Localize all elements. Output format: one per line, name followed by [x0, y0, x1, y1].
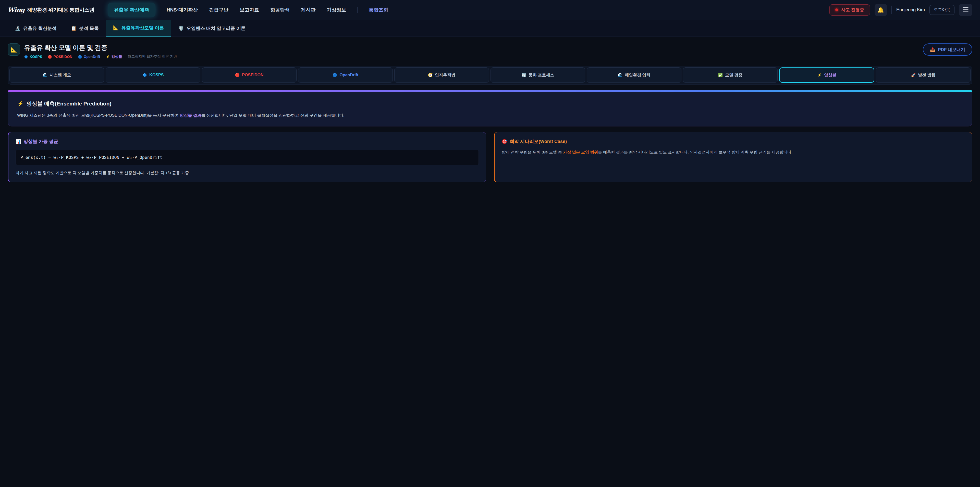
lightning-icon: ⚡ [106, 55, 110, 59]
pill-future-direction[interactable]: 🚀 발전 방향 [876, 67, 970, 83]
tag-label: 앙상블 [111, 54, 122, 59]
notification-bell-button[interactable]: 🔔 [875, 4, 887, 16]
compass-icon: 🧭 [428, 73, 433, 77]
diamond-icon: 🔷 [24, 55, 28, 59]
pill-marine-environment-input[interactable]: 🌊 해양환경 입력 [587, 67, 681, 83]
bar-chart-icon: 📊 [16, 139, 21, 144]
tab-label: 오일펜스 배치 알고리즘 이론 [186, 25, 245, 31]
pill-label: 해양환경 입력 [625, 72, 650, 78]
check-icon: ✅ [718, 73, 723, 77]
ensemble-formula: P_ens(x,t) = w₁·P_KOSPS + w₂·P_POSEIDON … [16, 150, 479, 165]
hamburger-bar [963, 10, 969, 10]
menu-item-aerial-search[interactable]: 항공탐색 [270, 6, 290, 13]
pdf-export-button[interactable]: 📤 PDF 내보내기 [923, 43, 972, 56]
menu-item-integrated-search[interactable]: 통합조회 [357, 6, 388, 13]
incident-dot-icon [835, 8, 838, 11]
section-title-text: 앙상블 예측(Ensemble Prediction) [27, 100, 111, 107]
tag-label: OpenDrift [84, 55, 100, 59]
wave-icon: 🌊 [42, 73, 47, 77]
app-logo: Wing 해양환경 위기대응 통합시스템 [8, 6, 94, 14]
section-pill-nav: 🌊 시스템 개요 🔷 KOSPS 🔴 POSEIDON 🔵 OpenDrift … [8, 65, 972, 85]
menu-item-reports[interactable]: 보고자료 [240, 6, 259, 13]
main-menu: 유출유 확산예측 HNS·대기확산 긴급구난 보고자료 항공탐색 게시판 기상정… [108, 3, 388, 17]
lightning-icon: ⚡ [817, 73, 822, 77]
hamburger-bar [963, 11, 969, 12]
sub-tabbar: 🔬 유출유 확산분석 📋 분석 목록 📐 유출유확산모델 이론 🛡️ 오일펜스 … [0, 20, 980, 37]
red-circle-icon: 🔴 [48, 55, 52, 59]
worst-case-title: 🎯 최악 시나리오(Worst Case) [502, 139, 965, 145]
pill-kosps[interactable]: 🔷 KOSPS [106, 67, 200, 83]
desc-text: 를 생산합니다. 단일 모델 대비 불확실성을 정량화하고 신뢰 구간을 제공합… [201, 113, 345, 118]
red-circle-icon: 🔴 [235, 73, 240, 77]
pill-ensemble[interactable]: ⚡ 앙상블 [779, 67, 874, 83]
tag-opendrift: 🔵 OpenDrift [78, 55, 100, 59]
tab-oil-spill-analysis[interactable]: 🔬 유출유 확산분석 [8, 20, 64, 37]
pill-label: 입자추적법 [435, 72, 455, 78]
pill-particle-tracking[interactable]: 🧭 입자추적법 [394, 67, 489, 83]
tab-label: 유출유 확산분석 [23, 25, 56, 31]
page-subtitle: 라그랑지안 입자추적 이론 기반 [127, 54, 177, 59]
pill-label: 앙상블 [824, 72, 836, 78]
pill-label: 발전 방향 [918, 72, 935, 78]
desc-text: 방제 전략 수립을 위해 3종 모델 중 [502, 150, 563, 154]
pill-label: KOSPS [149, 73, 164, 77]
pill-model-validation[interactable]: ✅ 모델 검증 [683, 67, 778, 83]
pdf-export-label: PDF 내보내기 [938, 47, 965, 53]
pill-label: 풍화 프로세스 [528, 72, 554, 78]
tab-label: 유출유확산모델 이론 [121, 25, 164, 31]
menu-item-board[interactable]: 게시판 [301, 6, 315, 13]
tab-analysis-list[interactable]: 📋 분석 목록 [64, 20, 106, 37]
weighted-average-card: 📊 앙상블 가중 평균 P_ens(x,t) = w₁·P_KOSPS + w₂… [8, 132, 486, 182]
incident-status-badge: 사고 진행중 [829, 4, 870, 16]
top-navbar: Wing 해양환경 위기대응 통합시스템 유출유 확산예측 HNS·대기확산 긴… [0, 0, 980, 20]
pill-label: OpenDrift [339, 73, 358, 77]
weighted-average-description: 과거 사고 재현 정확도 기반으로 각 모델별 가중치를 동적으로 산정합니다.… [16, 170, 479, 176]
hamburger-menu-button[interactable] [959, 4, 972, 16]
menu-item-oil-spill-prediction[interactable]: 유출유 확산예측 [108, 3, 156, 17]
pill-opendrift[interactable]: 🔵 OpenDrift [298, 67, 393, 83]
triangle-ruler-icon: 📐 [113, 25, 119, 30]
wave-icon: 🌊 [617, 73, 622, 77]
pill-label: POSEIDON [242, 73, 263, 77]
pill-weathering-process[interactable]: 🔄 풍화 프로세스 [490, 67, 585, 83]
ensemble-cards-row: 📊 앙상블 가중 평균 P_ens(x,t) = w₁·P_KOSPS + w₂… [8, 132, 972, 182]
page-header-left: 📐 유출유 확산 모델 이론 및 검증 🔷 KOSPS 🔴 POSEIDON 🔵… [8, 43, 177, 59]
incident-badge-label: 사고 진행중 [841, 7, 864, 13]
bell-icon: 🔔 [877, 7, 884, 13]
pill-poseidon[interactable]: 🔴 POSEIDON [202, 67, 297, 83]
blue-circle-icon: 🔵 [78, 55, 82, 59]
tab-label: 분석 목록 [79, 25, 99, 31]
user-name: Eunjeong Kim [896, 7, 925, 13]
desc-highlight: 가장 넓은 오염 범위 [563, 150, 598, 154]
pill-label: 모델 검증 [725, 72, 742, 78]
section-description: WING 시스템은 3종의 유출유 확산 모델(KOSPS·POSEIDON·O… [17, 112, 963, 118]
diamond-icon: 🔷 [142, 73, 147, 77]
tag-kosps: 🔷 KOSPS [24, 55, 42, 59]
triangle-ruler-icon: 📐 [10, 46, 17, 53]
page-header: 📐 유출유 확산 모델 이론 및 검증 🔷 KOSPS 🔴 POSEIDON 🔵… [8, 43, 972, 59]
tag-label: POSEIDON [53, 55, 72, 59]
page-icon-box: 📐 [8, 43, 20, 56]
lightning-icon: ⚡ [17, 101, 24, 107]
logout-button[interactable]: 로그아웃 [929, 5, 955, 15]
page-title: 유출유 확산 모델 이론 및 검증 [24, 43, 177, 52]
clipboard-icon: 📋 [71, 26, 76, 31]
section-title: ⚡ 앙상블 예측(Ensemble Prediction) [17, 100, 963, 107]
pill-system-overview[interactable]: 🌊 시스템 개요 [10, 67, 104, 83]
export-icon: 📤 [930, 47, 935, 52]
tab-oil-fence-algorithm-theory[interactable]: 🛡️ 오일펜스 배치 알고리즘 이론 [171, 20, 252, 37]
tag-poseidon: 🔴 POSEIDON [48, 55, 72, 59]
menu-item-emergency-rescue[interactable]: 긴급구난 [209, 6, 228, 13]
menu-item-hns-air-diffusion[interactable]: HNS·대기확산 [167, 6, 198, 13]
menu-item-weather-info[interactable]: 기상정보 [327, 6, 346, 13]
nav-right-divider [891, 6, 892, 14]
navbar-right: 사고 진행중 🔔 Eunjeong Kim 로그아웃 [829, 4, 972, 16]
card-title-text: 앙상블 가중 평균 [24, 139, 58, 145]
weighted-average-title: 📊 앙상블 가중 평균 [16, 139, 479, 145]
blue-circle-icon: 🔵 [332, 73, 337, 77]
cycle-icon: 🔄 [522, 73, 526, 77]
worst-case-description: 방제 전략 수립을 위해 3종 모델 중 가장 넓은 오염 범위를 예측한 결과… [502, 149, 965, 155]
model-tags: 🔷 KOSPS 🔴 POSEIDON 🔵 OpenDrift ⚡ 앙상블 라그랑… [24, 54, 177, 59]
tab-diffusion-model-theory[interactable]: 📐 유출유확산모델 이론 [106, 20, 171, 37]
hamburger-bar [963, 7, 969, 8]
